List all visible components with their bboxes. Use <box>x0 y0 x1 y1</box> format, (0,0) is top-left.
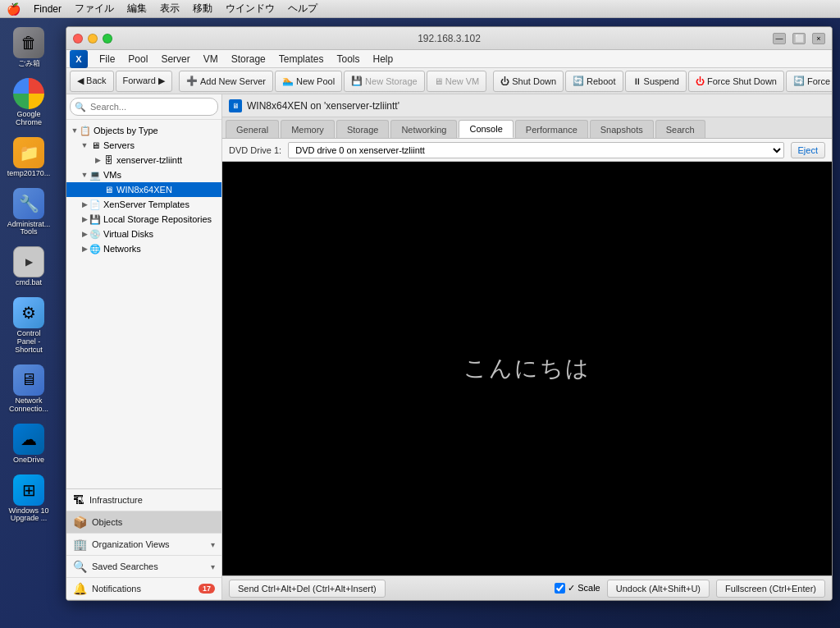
desktop-icon-trash[interactable]: 🗑 ごみ箱 <box>4 25 53 71</box>
org-views-icon: 🏢 <box>73 538 87 551</box>
tree-vms[interactable]: ▼ 💻 VMs <box>66 167 221 182</box>
xen-menu-tools[interactable]: Tools <box>331 52 364 66</box>
tree-local-storage[interactable]: ▶ 💾 Local Storage Repositories <box>66 212 221 227</box>
control-label: Control Panel - Shortcut <box>7 330 51 355</box>
force-shut-down-button[interactable]: ⏻ Force Shut Down <box>688 71 784 92</box>
console-area[interactable]: こんにちは <box>222 162 832 575</box>
desktop-icon-cmd[interactable]: ▶ cmd.bat <box>4 244 53 290</box>
window-close-icon[interactable]: × <box>812 33 825 44</box>
mac-help[interactable]: ヘルプ <box>288 2 317 16</box>
xen-menu-file[interactable]: File <box>94 52 120 66</box>
window-maximize-button[interactable] <box>103 34 112 44</box>
tree-servers[interactable]: ▼ 🖥 Servers <box>66 138 221 153</box>
window-close-button[interactable] <box>73 34 83 44</box>
disks-icon: 💿 <box>89 228 101 240</box>
win8-icon: 🖥 <box>103 184 114 195</box>
reboot-button[interactable]: 🔄 Reboot <box>565 71 623 92</box>
mac-finder[interactable]: Finder <box>34 3 62 15</box>
xenserver-label: xenserver-tzliintt <box>116 155 182 165</box>
dvd-drive-select[interactable]: DVD drive 0 on xenserver-tzliintt <box>288 142 783 158</box>
xen-menu-templates[interactable]: Templates <box>274 52 329 66</box>
saved-searches-nav[interactable]: 🔍 Saved Searches ▾ <box>66 556 221 578</box>
objects-nav[interactable]: 📦 Objects <box>66 511 221 534</box>
xen-menu-server[interactable]: Server <box>156 52 194 66</box>
infrastructure-label: Infrastructure <box>89 495 215 505</box>
xen-menu-help[interactable]: Help <box>368 52 398 66</box>
xen-menu-storage[interactable]: Storage <box>226 52 271 66</box>
notifications-icon: 🔔 <box>73 582 87 595</box>
vms-icon: 💻 <box>89 169 101 181</box>
fullscreen-button[interactable]: Fullscreen (Ctrl+Enter) <box>716 580 825 598</box>
console-bottom-right: ✓ Scale Undock (Alt+Shift+U) Fullscreen … <box>555 580 825 598</box>
organization-views-nav[interactable]: 🏢 Organization Views ▾ <box>66 534 221 556</box>
forward-button[interactable]: Forward ▶ <box>116 71 172 92</box>
mac-go[interactable]: 移動 <box>193 2 212 16</box>
templates-label: XenServer Templates <box>103 199 189 209</box>
xen-menu-vm[interactable]: VM <box>199 52 223 66</box>
mac-edit[interactable]: 編集 <box>127 2 147 16</box>
desktop-icon-chrome[interactable]: Google Chrome <box>4 76 53 130</box>
control-panel-icon: ⚙ <box>13 297 44 328</box>
admin-label: Administrat... Tools <box>7 221 51 237</box>
expand-vms-icon: ▼ <box>80 170 89 180</box>
new-vm-button[interactable]: 🖥 New VM <box>427 71 487 92</box>
window-minimize-button[interactable] <box>88 34 98 44</box>
networks-label: Networks <box>103 244 141 254</box>
tab-performance[interactable]: Performance <box>515 120 588 138</box>
shut-down-icon: ⏻ <box>500 76 509 86</box>
shut-down-button[interactable]: ⏻ Shut Down <box>493 71 564 92</box>
force-reboot-button[interactable]: 🔄 Force Reboot <box>786 71 833 92</box>
window-minimize-icon[interactable]: — <box>773 33 786 44</box>
tab-snapshots[interactable]: Snapshots <box>590 120 654 138</box>
dvd-eject-button[interactable]: Eject <box>791 142 825 158</box>
xen-menu-pool[interactable]: Pool <box>123 52 153 66</box>
vm-icon: 🖥 <box>229 99 242 112</box>
tree-win8-vm[interactable]: 🖥 WIN8x64XEN <box>66 182 221 197</box>
desktop-icon-control[interactable]: ⚙ Control Panel - Shortcut <box>4 295 53 357</box>
force-reboot-icon: 🔄 <box>793 76 805 86</box>
network-label: Network Connectio... <box>7 397 51 414</box>
desktop-icon-network[interactable]: 🖥 Network Connectio... <box>4 362 53 416</box>
scale-checkbox-label[interactable]: ✓ Scale <box>555 583 600 594</box>
expand-disks-icon: ▶ <box>80 229 89 239</box>
storage-label: Local Storage Repositories <box>103 214 212 224</box>
tab-storage[interactable]: Storage <box>336 120 390 138</box>
undock-button[interactable]: Undock (Alt+Shift+U) <box>607 580 710 598</box>
scale-checkbox[interactable] <box>555 583 565 594</box>
infrastructure-nav[interactable]: 🏗 Infrastructure <box>66 489 221 511</box>
suspend-button[interactable]: ⏸ Suspend <box>625 71 687 92</box>
window-restore-icon[interactable]: ⬜ <box>792 33 806 44</box>
window-titlebar-right: — ⬜ × <box>773 33 825 44</box>
desktop-icon-windows[interactable]: ⊞ Windows 10 Upgrade ... <box>4 472 53 526</box>
tab-console[interactable]: Console <box>459 120 513 138</box>
expand-xenserver-icon: ▶ <box>93 155 103 165</box>
console-text: こんにちは <box>463 353 591 384</box>
notifications-badge: 17 <box>199 584 215 594</box>
tree-xen-templates[interactable]: ▶ 📄 XenServer Templates <box>66 197 221 212</box>
notifications-nav[interactable]: 🔔 Notifications 17 <box>66 578 221 600</box>
add-server-icon: ➕ <box>186 76 198 86</box>
desktop-icon-temp[interactable]: 📁 temp20170... <box>4 135 53 181</box>
search-input[interactable] <box>70 98 218 116</box>
mac-view[interactable]: 表示 <box>160 2 180 16</box>
tab-general[interactable]: General <box>226 120 279 138</box>
tree-virtual-disks[interactable]: ▶ 💿 Virtual Disks <box>66 227 221 241</box>
tab-networking[interactable]: Networking <box>390 120 457 138</box>
tree-xenserver[interactable]: ▶ 🗄 xenserver-tzliintt <box>66 153 221 167</box>
xen-toolbar: ◀ Back Forward ▶ ➕ Add New Server 🏊 New … <box>66 68 832 94</box>
desktop-icon-admin[interactable]: 🔧 Administrat... Tools <box>4 186 53 240</box>
windows-icon: ⊞ <box>13 474 44 506</box>
tab-search[interactable]: Search <box>655 120 705 138</box>
new-storage-button[interactable]: 💾 New Storage <box>344 71 425 92</box>
apple-menu[interactable]: 🍎 <box>7 2 21 16</box>
tree-objects-by-type[interactable]: ▼ 📋 Objects by Type <box>66 123 221 138</box>
ctrl-alt-del-button[interactable]: Send Ctrl+Alt+Del (Ctrl+Alt+Insert) <box>229 580 386 598</box>
mac-file[interactable]: ファイル <box>75 2 114 16</box>
add-new-server-button[interactable]: ➕ Add New Server <box>179 71 273 92</box>
back-button[interactable]: ◀ Back <box>70 71 114 92</box>
mac-window[interactable]: ウインドウ <box>226 2 275 16</box>
tree-networks[interactable]: ▶ 🌐 Networks <box>66 241 221 256</box>
new-pool-button[interactable]: 🏊 New Pool <box>275 71 342 92</box>
desktop-icon-onedrive[interactable]: ☁ OneDrive <box>4 421 53 467</box>
tab-memory[interactable]: Memory <box>281 120 335 138</box>
